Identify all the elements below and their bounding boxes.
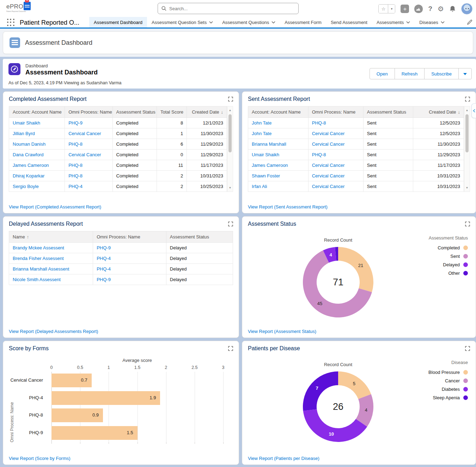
legend-cancer[interactable]: Cancer bbox=[428, 378, 468, 383]
cell-link[interactable]: Cervical Cancer bbox=[308, 171, 363, 181]
column-header-omni-process-name[interactable]: Omni Process: Name bbox=[308, 107, 363, 118]
open-button[interactable]: Open bbox=[370, 68, 395, 79]
legend-completed[interactable]: Completed bbox=[429, 245, 468, 250]
scroll-up-icon[interactable]: ▲ bbox=[464, 109, 470, 112]
cell-link[interactable]: Jillian Byrd bbox=[9, 128, 65, 139]
subscribe-button[interactable]: Subscribe bbox=[424, 68, 459, 79]
expand-icon[interactable] bbox=[228, 222, 233, 228]
app-logo[interactable]: ePRO Patient Reported Outcomes bbox=[6, 2, 31, 12]
table-scrollbar[interactable]: ▲▼ bbox=[227, 106, 233, 192]
tab-diseases[interactable]: Diseases bbox=[415, 17, 449, 28]
view-report-link[interactable]: View Report (Completed Assessment Report… bbox=[9, 201, 233, 210]
collapse-panel-toggle[interactable] bbox=[471, 103, 476, 118]
cell-link[interactable]: PHQ-8 bbox=[65, 171, 112, 181]
column-header-account-account-name[interactable]: Account: Account Name bbox=[248, 107, 309, 118]
view-report-link[interactable]: View Report (Assessment Status) bbox=[248, 326, 470, 334]
column-header-assessment-status[interactable]: Assessment Status bbox=[363, 107, 413, 118]
column-header-assessment-status[interactable]: Assessment Status bbox=[166, 231, 233, 243]
legend-delayed[interactable]: Delayed bbox=[429, 262, 468, 267]
assessment-status-donut[interactable]: 2145471 bbox=[301, 245, 375, 319]
cell-link[interactable]: PHQ-8 bbox=[65, 160, 112, 171]
tab-assessment-form[interactable]: Assessment Form bbox=[280, 17, 326, 28]
cell-link[interactable]: PHQ-8 bbox=[65, 139, 112, 150]
view-report-link[interactable]: View Report (Sent Assessment Report) bbox=[248, 201, 470, 210]
scroll-down-icon[interactable]: ▼ bbox=[227, 186, 233, 189]
column-header-name[interactable]: Name↑ bbox=[9, 231, 93, 243]
cell-link[interactable]: PHQ-8 bbox=[308, 118, 363, 128]
cell-link[interactable]: Brandy Mckee Assessent bbox=[9, 243, 93, 253]
tab-assessments[interactable]: Assessments bbox=[372, 17, 415, 28]
scroll-down-icon[interactable]: ▼ bbox=[464, 186, 470, 189]
cell-link[interactable]: Brianna Marshall Assessent bbox=[9, 264, 93, 274]
column-header-account-account-name[interactable]: Account: Account Name bbox=[9, 107, 65, 118]
cell-link[interactable]: Cervical Cancer bbox=[308, 160, 363, 171]
column-header-created-date[interactable]: Created Date↓ bbox=[413, 107, 464, 118]
column-header-omni-process-name[interactable]: Omni Process: Name bbox=[93, 231, 166, 243]
cell-link[interactable]: Cervical Cancer bbox=[65, 150, 112, 160]
tab-assessment-dashboard[interactable]: Assessment Dashboard bbox=[89, 17, 147, 28]
cell-link[interactable]: James Cameroon bbox=[248, 160, 309, 171]
cell-link[interactable]: Sergio Boyle bbox=[9, 181, 65, 192]
help-icon[interactable]: ? bbox=[428, 4, 432, 13]
tab-assessment-question-sets[interactable]: Assessment Question Sets bbox=[147, 17, 218, 28]
cell-link[interactable]: PHQ-9 bbox=[65, 118, 112, 128]
cell-link[interactable]: PHQ-4 bbox=[93, 253, 166, 264]
more-actions-caret-button[interactable] bbox=[458, 68, 472, 79]
cell-link[interactable]: Irfan Ali bbox=[248, 181, 309, 192]
cell-link[interactable]: Umair Shaikh bbox=[9, 118, 65, 128]
cell-link[interactable]: PHQ-9 bbox=[93, 243, 166, 253]
legend-sent[interactable]: Sent bbox=[429, 254, 468, 259]
column-header-total-score[interactable]: Total Score bbox=[157, 107, 187, 118]
column-header-omni-process-name[interactable]: Omni Process: Name bbox=[65, 107, 112, 118]
favorites-caret-icon[interactable]: ▾ bbox=[388, 5, 395, 13]
scrollbar-thumb[interactable] bbox=[228, 114, 232, 152]
app-launcher-icon[interactable] bbox=[7, 19, 15, 26]
slice-diabetes[interactable] bbox=[303, 409, 367, 442]
search-input[interactable] bbox=[169, 6, 295, 11]
legend-sleep-apenia[interactable]: Sleep Apenia bbox=[428, 395, 468, 400]
tab-assessment-questions[interactable]: Assessment Questions bbox=[218, 17, 280, 28]
cell-link[interactable]: Brianna Marshall bbox=[248, 139, 309, 150]
cell-link[interactable]: Cervical Cancer bbox=[308, 181, 363, 192]
view-report-link[interactable]: View Report (Delayed Assessments Report) bbox=[9, 326, 233, 334]
refresh-button[interactable]: Refresh bbox=[395, 68, 425, 79]
edit-pencil-icon[interactable] bbox=[467, 19, 472, 26]
cell-link[interactable]: PHQ-4 bbox=[65, 181, 112, 192]
legend-other[interactable]: Other bbox=[429, 271, 468, 276]
view-report-link[interactable]: View Report (Patients per Disease) bbox=[248, 453, 470, 461]
cell-link[interactable]: Dana Crawford bbox=[9, 150, 65, 160]
profile-avatar[interactable] bbox=[461, 3, 472, 14]
cell-link[interactable]: Shawn Foster bbox=[248, 171, 309, 181]
expand-icon[interactable] bbox=[228, 97, 233, 103]
trailhead-icon[interactable] bbox=[414, 4, 423, 13]
global-add-icon[interactable]: + bbox=[401, 4, 409, 13]
setup-gear-icon[interactable]: ⚙ bbox=[438, 4, 444, 13]
legend-blood-pressure[interactable]: Blood Pressure bbox=[428, 370, 468, 375]
cell-link[interactable]: John Tate bbox=[248, 128, 309, 139]
cell-link[interactable]: John Tate bbox=[248, 118, 309, 128]
expand-icon[interactable] bbox=[465, 346, 470, 352]
column-header-assessment-status[interactable]: Assessment Status bbox=[112, 107, 157, 118]
expand-icon[interactable] bbox=[465, 222, 470, 228]
scroll-up-icon[interactable]: ▲ bbox=[227, 109, 233, 112]
patients-per-disease-donut[interactable]: 5410726 bbox=[301, 370, 375, 444]
column-header-created-date[interactable]: Created Date↓ bbox=[187, 107, 227, 118]
scrollbar-thumb[interactable] bbox=[465, 114, 469, 152]
expand-icon[interactable] bbox=[465, 97, 470, 103]
cell-link[interactable]: Nicole Smith Assessent bbox=[9, 274, 93, 285]
view-report-link[interactable]: View Report (Score by Forms) bbox=[9, 453, 233, 461]
cell-link[interactable]: Cervical Cancer bbox=[308, 128, 363, 139]
cell-link[interactable]: Brenda Fisher Assessent bbox=[9, 253, 93, 264]
cell-link[interactable]: Cervical Cancer bbox=[308, 139, 363, 150]
legend-diabetes[interactable]: Diabetes bbox=[428, 387, 468, 392]
cell-link[interactable]: Cervical Cancer bbox=[65, 128, 112, 139]
tab-send-assessment[interactable]: Send Assessment bbox=[326, 17, 372, 28]
notifications-bell-icon[interactable] bbox=[449, 4, 456, 13]
cell-link[interactable]: PHQ-4 bbox=[93, 264, 166, 274]
cell-link[interactable]: Umair Shaikh bbox=[248, 150, 309, 160]
cell-link[interactable]: James Cameroon bbox=[9, 160, 65, 171]
table-scrollbar[interactable]: ▲▼ bbox=[464, 106, 470, 192]
cell-link[interactable]: PHQ-8 bbox=[308, 150, 363, 160]
favorites-icon[interactable]: ☆ bbox=[379, 5, 388, 13]
cell-link[interactable]: Nouman Danish bbox=[9, 139, 65, 150]
